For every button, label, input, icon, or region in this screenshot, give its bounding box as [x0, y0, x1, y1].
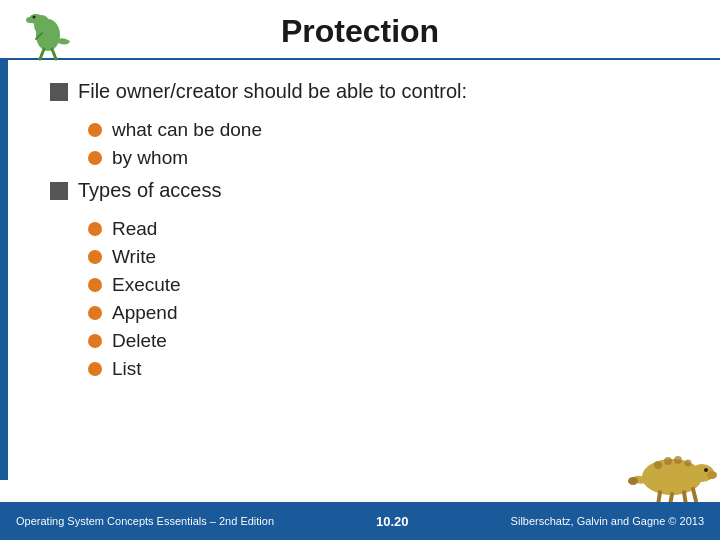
main-item-2-text: Types of access	[78, 179, 221, 202]
sub-bullet-2-6	[88, 362, 102, 376]
svg-point-17	[654, 461, 662, 469]
sub-item-2-2-text: Write	[112, 246, 156, 268]
sub-item-1-1-text: what can be done	[112, 119, 262, 141]
svg-point-18	[664, 457, 672, 465]
svg-point-3	[26, 17, 34, 23]
footer-right-text: Silberschatz, Galvin and Gagne © 2013	[511, 515, 704, 527]
sub-item-2-6: List	[88, 358, 690, 380]
footer: Operating System Concepts Essentials – 2…	[0, 502, 720, 540]
sub-item-2-1: Read	[88, 218, 690, 240]
sub-item-1-2: by whom	[88, 147, 690, 169]
svg-line-16	[693, 489, 696, 501]
sub-bullet-2-4	[88, 306, 102, 320]
svg-point-19	[674, 456, 682, 464]
footer-left-text: Operating System Concepts Essentials – 2…	[16, 515, 274, 527]
svg-point-4	[33, 16, 36, 19]
svg-point-11	[704, 468, 708, 472]
svg-point-12	[628, 477, 638, 485]
main-item-1-text: File owner/creator should be able to con…	[78, 80, 467, 103]
sub-bullet-1-2	[88, 151, 102, 165]
sub-item-1-2-text: by whom	[112, 147, 188, 169]
sub-item-2-5-text: Delete	[112, 330, 167, 352]
svg-line-5	[40, 49, 44, 59]
sub-bullet-2-1	[88, 222, 102, 236]
dino-right-image	[630, 437, 710, 502]
main-bullet-2	[50, 182, 68, 200]
header: Protection	[0, 0, 720, 60]
sub-item-2-4-text: Append	[112, 302, 178, 324]
sub-bullet-2-3	[88, 278, 102, 292]
sub-item-2-2: Write	[88, 246, 690, 268]
page-title: Protection	[281, 13, 439, 50]
sub-list-1: what can be done by whom	[88, 119, 690, 169]
slide: Protection File owner/creator should be …	[0, 0, 720, 540]
sub-item-2-3-text: Execute	[112, 274, 181, 296]
sub-bullet-2-2	[88, 250, 102, 264]
main-bullet-1	[50, 83, 68, 101]
content-area: File owner/creator should be able to con…	[0, 60, 720, 410]
sub-bullet-2-5	[88, 334, 102, 348]
dino-left-image	[20, 5, 75, 55]
sub-item-2-4: Append	[88, 302, 690, 324]
left-accent-bar	[0, 60, 8, 480]
sub-list-2: Read Write Execute Append Delete List	[88, 218, 690, 380]
svg-point-10	[707, 471, 717, 479]
svg-line-6	[52, 49, 56, 59]
main-item-2: Types of access	[50, 179, 690, 202]
sub-item-2-1-text: Read	[112, 218, 157, 240]
sub-bullet-1-1	[88, 123, 102, 137]
main-item-1: File owner/creator should be able to con…	[50, 80, 690, 103]
sub-item-2-5: Delete	[88, 330, 690, 352]
sub-item-2-3: Execute	[88, 274, 690, 296]
footer-page-number: 10.20	[376, 514, 409, 529]
sub-item-2-6-text: List	[112, 358, 142, 380]
svg-point-20	[685, 460, 692, 467]
sub-item-1-1: what can be done	[88, 119, 690, 141]
